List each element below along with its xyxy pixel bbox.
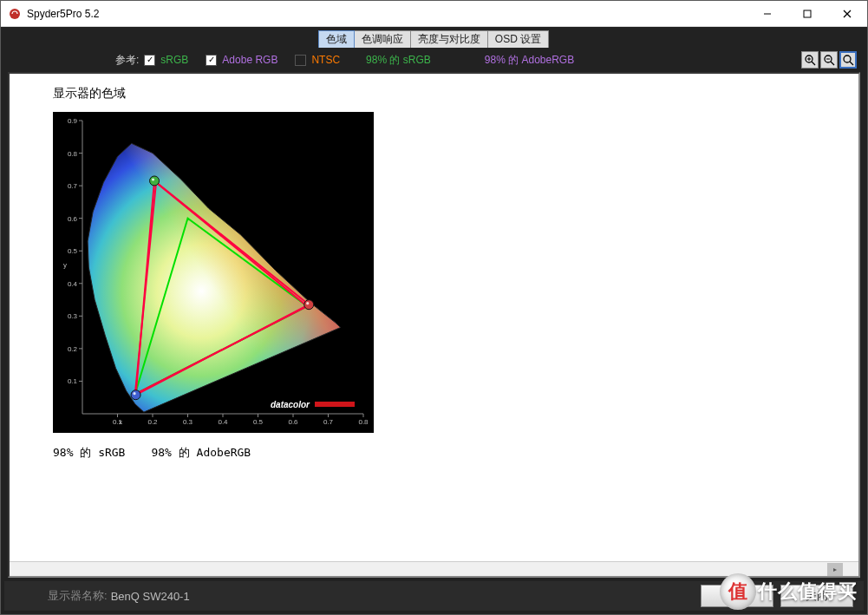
svg-text:0.5: 0.5 [68, 247, 78, 255]
reference-label: 参考: [115, 53, 139, 68]
svg-text:x: x [119, 418, 122, 426]
svg-text:0.5: 0.5 [253, 418, 264, 426]
svg-line-10 [831, 62, 834, 65]
svg-rect-60 [315, 402, 355, 407]
zoom-controls [801, 51, 857, 69]
display-label: 显示器名称: [48, 588, 108, 604]
maximize-button[interactable] [787, 1, 827, 26]
stat-srgb: 98% 的 sRGB [366, 53, 431, 68]
tab-osd[interactable]: OSD 设置 [487, 30, 549, 48]
svg-line-6 [812, 62, 815, 65]
display-value: BenQ SW240-1 [111, 590, 190, 603]
content-panel: 显示器的色域 0.10.20.30.40.50.60.70.80.10.20.3… [8, 72, 860, 578]
svg-point-12 [844, 56, 851, 62]
svg-text:0.4: 0.4 [218, 418, 228, 426]
svg-point-54 [150, 176, 160, 186]
checkbox-adobe[interactable]: ✓ [206, 55, 217, 66]
svg-text:0.8: 0.8 [68, 150, 78, 158]
svg-text:0.2: 0.2 [147, 418, 158, 426]
scroll-area[interactable]: 显示器的色域 0.10.20.30.40.50.60.70.80.10.20.3… [10, 74, 858, 561]
chromaticity-chart: 0.10.20.30.40.50.60.70.80.10.20.30.40.50… [53, 112, 374, 433]
svg-text:0.7: 0.7 [323, 418, 334, 426]
tab-tone[interactable]: 色调响应 [354, 30, 411, 48]
svg-text:0.2: 0.2 [68, 345, 78, 353]
zoom-in-button[interactable] [801, 51, 819, 69]
svg-rect-2 [804, 10, 811, 17]
svg-text:0.3: 0.3 [183, 418, 193, 426]
minimize-button[interactable] [747, 1, 787, 26]
tab-gamut[interactable]: 色域 [318, 30, 355, 48]
coverage-text: 98% 的 sRGB 98% 的 AdobeRGB [53, 445, 858, 461]
horizontal-scrollbar[interactable]: ▸ [10, 561, 858, 576]
svg-point-53 [306, 302, 309, 304]
svg-text:0.4: 0.4 [68, 280, 78, 288]
zoom-out-button[interactable] [820, 51, 838, 69]
app-icon [8, 7, 22, 21]
checkbox-ntsc[interactable] [295, 55, 306, 66]
svg-point-57 [133, 392, 135, 395]
reference-bar: 参考: ✓ sRGB ✓ Adobe RGB NTSC 98% 的 sRGB 9… [4, 48, 864, 72]
svg-text:0.7: 0.7 [68, 182, 78, 190]
coverage-srgb: 98% 的 sRGB [53, 445, 125, 461]
svg-text:0.1: 0.1 [68, 377, 78, 385]
svg-text:y: y [63, 261, 67, 269]
window-controls [747, 1, 867, 26]
checkbox-srgb[interactable]: ✓ [144, 55, 155, 66]
checkbox-ntsc-label: NTSC [311, 54, 340, 66]
checkbox-srgb-label: sRGB [160, 54, 188, 66]
close-button[interactable] [827, 1, 867, 26]
svg-text:0.6: 0.6 [68, 215, 78, 223]
svg-point-52 [304, 300, 314, 310]
svg-text:0.8: 0.8 [358, 418, 369, 426]
section-title: 显示器的色域 [53, 86, 858, 101]
tab-strip: 色域 色调响应 亮度与对比度 OSD 设置 [4, 30, 864, 48]
print-button[interactable]: 打印 [701, 585, 773, 607]
svg-point-56 [131, 390, 140, 400]
svg-text:datacolor: datacolor [271, 400, 310, 409]
stat-adobe: 98% 的 AdobeRGB [485, 53, 574, 68]
svg-point-55 [152, 178, 154, 180]
close-app-button[interactable]: 关闭 [780, 585, 853, 607]
zoom-fit-button[interactable] [839, 51, 857, 69]
checkbox-adobe-label: Adobe RGB [222, 54, 277, 66]
svg-line-13 [850, 62, 853, 65]
svg-text:0.9: 0.9 [68, 117, 78, 125]
svg-text:0.6: 0.6 [288, 418, 298, 426]
svg-point-0 [10, 9, 20, 19]
coverage-adobe: 98% 的 AdobeRGB [151, 445, 251, 461]
window-title: Spyder5Pro 5.2 [27, 8, 747, 20]
titlebar: Spyder5Pro 5.2 [1, 1, 867, 27]
tab-brightness[interactable]: 亮度与对比度 [410, 30, 488, 48]
svg-text:0.3: 0.3 [68, 312, 78, 320]
footer: 显示器名称: BenQ SW240-1 打印 关闭 [4, 581, 864, 611]
